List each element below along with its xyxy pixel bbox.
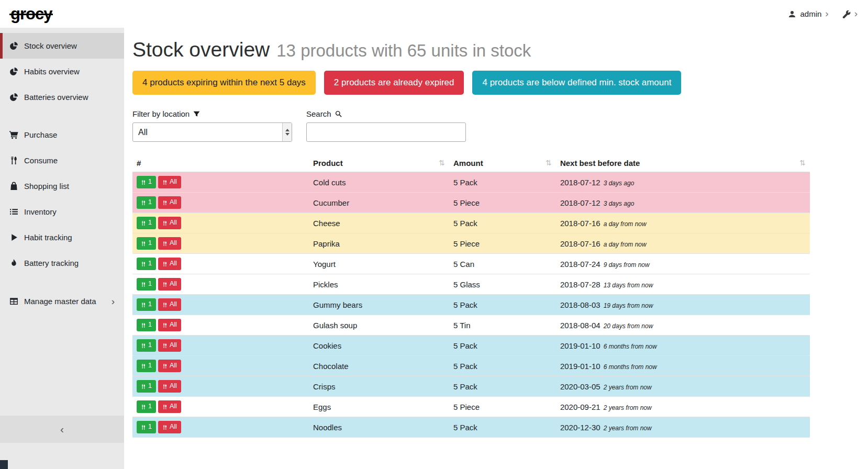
column-header[interactable]: Product ⇅ [309,154,449,172]
sidebar-item[interactable]: Batteries overview [0,84,124,110]
sidebar-item[interactable]: Shopping list [0,173,124,199]
bbd-note: 6 months from now [604,363,657,371]
column-header-label: Product [313,159,343,168]
amount-cell: 5 Can [449,254,556,274]
grocy-logo[interactable]: grocy [10,6,52,22]
consume-all-label: All [170,423,177,431]
sort-icon[interactable]: ⇅ [799,159,806,167]
bbd-note: a day from now [604,241,647,248]
sort-icon[interactable]: ⇅ [439,159,445,167]
amount-cell: 5 Pack [449,356,556,376]
product-cell: Eggs [309,397,449,417]
stock-alert-button[interactable]: 4 products expiring within the next 5 da… [132,71,316,95]
column-header-label: Amount [453,159,483,168]
settings-menu[interactable]: › [842,9,858,18]
utensils-icon [141,425,146,430]
search-input[interactable] [306,122,466,142]
utensils-icon [162,343,168,349]
search-label-text: Search [306,109,331,118]
actions-cell: 1 All [132,254,309,274]
consume-one-button[interactable]: 1 [137,196,156,209]
bbd-note: 9 days from now [604,261,650,269]
consume-one-button[interactable]: 1 [137,319,156,331]
consume-one-label: 1 [148,403,152,410]
utensils-icon [162,302,168,308]
utensils-icon [162,322,168,328]
column-header[interactable]: Next best before date ⇅ [556,154,810,172]
consume-all-button[interactable]: All [158,196,181,209]
bbd-note: 20 days from now [604,322,653,330]
consume-all-button[interactable]: All [158,217,181,229]
consume-one-button[interactable]: 1 [137,278,156,291]
consume-all-label: All [170,240,177,247]
consume-all-button[interactable]: All [158,339,181,352]
consume-all-button[interactable]: All [158,360,181,372]
consume-all-button[interactable]: All [158,421,181,433]
consume-one-button[interactable]: 1 [137,298,156,311]
page-header: Stock overview 13 products with 65 units… [132,38,860,61]
amount-cell: 5 Tin [449,315,556,336]
actions-cell: 1 All [132,315,309,336]
consume-one-button[interactable]: 1 [137,339,156,352]
sidebar-item[interactable]: Habits overview [0,59,124,84]
sidebar: Stock overview Habits overview Batteries… [0,28,124,469]
consume-one-button[interactable]: 1 [137,217,156,229]
stock-table-header: # ⇅ Product ⇅ Amount ⇅ Next best be [132,154,810,172]
sidebar-item[interactable]: Battery tracking [0,250,124,276]
bbd-note: 13 days from now [604,282,653,289]
actions-cell: 1 All [132,417,309,438]
stock-table: # ⇅ Product ⇅ Amount ⇅ Next best be [132,154,810,438]
select-arrows-icon [282,123,292,141]
consume-all-label: All [170,362,177,370]
consume-all-button[interactable]: All [158,278,181,291]
consume-all-button[interactable]: All [158,380,181,393]
bbd-date: 2018-07-12 [560,178,600,187]
consume-one-label: 1 [148,281,152,288]
consume-one-button[interactable]: 1 [137,360,156,372]
consume-all-button[interactable]: All [158,176,181,188]
sidebar-item[interactable]: Stock overview [0,33,124,59]
product-cell: Yogurt [309,254,449,274]
sidebar-item[interactable]: Habit tracking [0,225,124,250]
user-menu[interactable]: admin › [788,9,828,18]
consume-one-button[interactable]: 1 [137,258,156,270]
column-header-label: # [137,159,141,168]
sidebar-item[interactable]: Manage master data › [0,288,124,315]
sidebar-item[interactable]: Inventory [0,199,124,225]
utensils-icon [162,282,168,287]
sort-icon[interactable]: ⇅ [546,159,552,167]
sidebar-collapse-button[interactable]: ‹ [0,416,124,443]
consume-one-button[interactable]: 1 [137,237,156,250]
stock-alerts: 4 products expiring within the next 5 da… [132,71,860,95]
filter-icon [193,110,200,117]
consume-all-button[interactable]: All [158,258,181,270]
consume-one-button[interactable]: 1 [137,380,156,393]
utensils-icon [141,302,146,308]
sidebar-item-icon [9,259,18,267]
sidebar-item[interactable]: Purchase [0,122,124,148]
consume-all-button[interactable]: All [158,319,181,331]
consume-one-button[interactable]: 1 [137,176,156,188]
utensils-icon [141,322,146,328]
consume-all-button[interactable]: All [158,400,181,413]
header-row: # ⇅ Product ⇅ Amount ⇅ Next best be [132,154,810,172]
stock-alert-button[interactable]: 2 products are already expired [324,71,464,95]
consume-all-button[interactable]: All [158,237,181,250]
column-header[interactable]: # ⇅ [132,154,309,172]
sidebar-item[interactable]: Consume [0,148,124,173]
consume-all-button[interactable]: All [158,298,181,311]
consume-one-button[interactable]: 1 [137,421,156,433]
bbd-date: 2018-07-16 [560,219,600,228]
consume-one-button[interactable]: 1 [137,400,156,413]
table-row: 1 All Cold cuts 5 Pack 2018-07-123 days … [132,172,810,193]
table-row: 1 All Yogurt 5 Can 2018-07-249 days from… [132,254,810,274]
bbd-note: 3 days ago [604,200,635,207]
bbd-cell: 2018-08-0420 days from now [556,315,810,336]
bbd-cell: 2018-07-249 days from now [556,254,810,274]
stock-alert-button[interactable]: 4 products are below defined min. stock … [472,71,681,95]
column-header[interactable]: Amount ⇅ [449,154,556,172]
actions-cell: 1 All [132,172,309,193]
location-select[interactable]: All [132,122,292,142]
product-cell: Gulash soup [309,315,449,336]
chevron-right-icon: › [854,8,858,18]
